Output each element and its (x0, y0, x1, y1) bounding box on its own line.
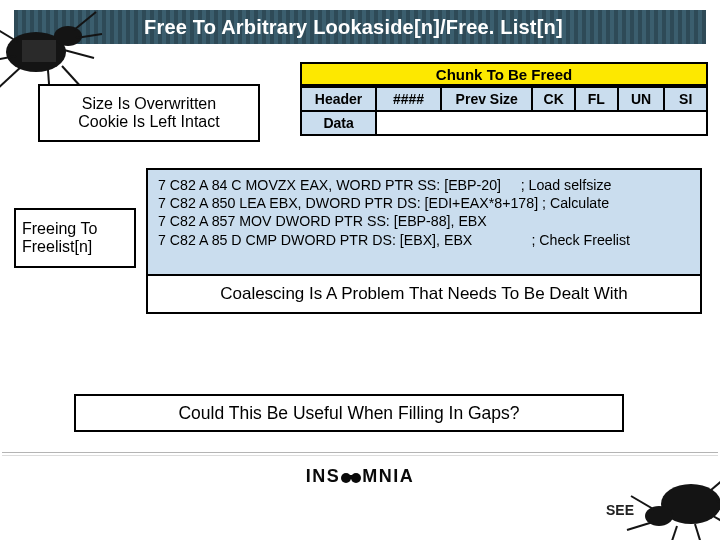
chunk-data-label: Data (301, 111, 376, 135)
svg-point-1 (54, 26, 82, 46)
question-text: Could This Be Useful When Filling In Gap… (74, 394, 624, 432)
cookie-intact-text: Cookie Is Left Intact (78, 113, 219, 131)
problem-text: Coalescing Is A Problem That Needs To Be… (146, 274, 702, 314)
svg-rect-5 (349, 475, 353, 479)
cockroach-icon (625, 450, 720, 540)
slide-number: SEE (606, 502, 634, 518)
chunk-col-fl: FL (575, 87, 618, 111)
chunk-table: Header #### Prev Size CK FL UN SI Data (300, 86, 708, 136)
size-cookie-box: Size Is Overwritten Cookie Is Left Intac… (38, 84, 260, 142)
code-box: 7 C82 A 84 C MOVZX EAX, WORD PTR SS: [EB… (146, 168, 702, 314)
logo-pre: INS (306, 466, 341, 486)
binoculars-icon (340, 468, 362, 489)
divider (2, 452, 718, 456)
chunk-header-cell: Header (301, 87, 376, 111)
slide: Free To Arbitrary Lookaside[n]/Free. Lis… (0, 0, 720, 540)
chunk-col-size: #### (376, 87, 441, 111)
size-overwritten-text: Size Is Overwritten (82, 95, 216, 113)
chunk-col-prevsize: Prev Size (441, 87, 532, 111)
chunk-data-empty (376, 111, 707, 135)
disassembly-text: 7 C82 A 84 C MOVZX EAX, WORD PTR SS: [EB… (148, 170, 700, 251)
svg-rect-2 (22, 40, 56, 62)
table-row: Header #### Prev Size CK FL UN SI (301, 87, 707, 111)
chunk-col-ck: CK (532, 87, 575, 111)
freeing-box: Freeing To Freelist[n] (14, 208, 136, 268)
chunk-col-si: SI (664, 87, 707, 111)
table-row: Data (301, 111, 707, 135)
logo: INS MNIA (0, 466, 720, 489)
title-bar: Free To Arbitrary Lookaside[n]/Free. Lis… (14, 10, 706, 44)
chunk-title: Chunk To Be Freed (300, 62, 708, 86)
chunk-col-un: UN (618, 87, 665, 111)
logo-post: MNIA (362, 466, 414, 486)
page-title: Free To Arbitrary Lookaside[n]/Free. Lis… (144, 16, 563, 39)
